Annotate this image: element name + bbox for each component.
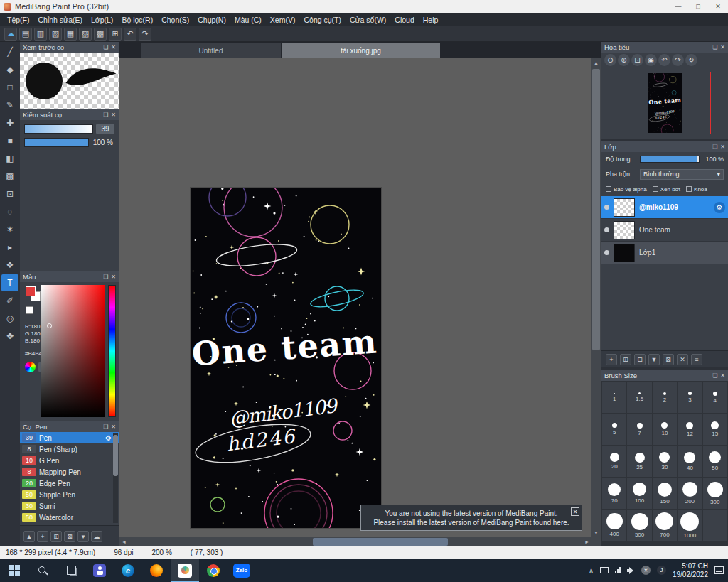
brush-size-cell[interactable]: 2 — [653, 382, 677, 413]
brush-size-cell[interactable]: 12 — [678, 414, 702, 445]
taskbar-app-firefox[interactable] — [142, 559, 171, 582]
tool-bucket[interactable]: ◧ — [1, 150, 18, 167]
vertical-scroll-thumb[interactable] — [592, 69, 600, 350]
float-panel-icon[interactable]: ❏ — [712, 372, 717, 379]
brush-item[interactable]: 30Sumi — [20, 500, 119, 512]
scroll-down-button[interactable]: ▼ — [592, 528, 601, 537]
layer-opacity-slider[interactable] — [640, 156, 700, 163]
brush-menu-icon[interactable]: ▾ — [77, 531, 89, 542]
brush-size-cell[interactable]: 40 — [678, 446, 702, 477]
horizontal-scroll-track[interactable]: ◄ ► — [119, 537, 592, 546]
layer-row[interactable]: Lớp1 — [601, 242, 728, 264]
taskbar-app-zalo[interactable]: Zalo — [228, 559, 256, 582]
tool-eraser[interactable]: ◆ — [1, 61, 18, 78]
menu-item[interactable]: Công cụ(T) — [299, 16, 346, 24]
brush-settings-gear-icon[interactable]: ⚙ — [105, 434, 112, 442]
taskbar-app-teams[interactable] — [85, 559, 114, 582]
brush-item[interactable]: 8Pen (Sharp) — [20, 443, 119, 455]
float-panel-icon[interactable]: ❏ — [103, 424, 108, 430]
tool-hand[interactable]: ✥ — [1, 328, 18, 345]
comment-icon[interactable]: ▧ — [49, 28, 62, 41]
float-panel-icon[interactable]: ❏ — [712, 144, 717, 150]
add-layer-icon[interactable]: + — [606, 354, 617, 365]
brush-size-cell[interactable]: 50 — [703, 446, 727, 477]
reset-view-button[interactable]: ↻ — [685, 54, 697, 66]
clear-layer-icon[interactable]: ⊠ — [663, 354, 674, 365]
brush-size-cell[interactable]: 200 — [678, 478, 702, 509]
brush-size-cell[interactable]: 1 — [602, 382, 626, 413]
menu-item[interactable]: Màu (C) — [230, 16, 266, 24]
add-brush-icon[interactable]: + — [37, 531, 48, 542]
tool-operation[interactable]: ▸ — [1, 239, 18, 256]
tool-select[interactable]: ⊡ — [1, 185, 18, 203]
vertical-scroll-track[interactable]: ▲ ▼ — [592, 58, 601, 537]
blend-mode-dropdown[interactable]: Bình thường ▾ — [640, 169, 724, 180]
layer-row[interactable]: @miko1109⚙ — [601, 196, 728, 219]
lock-checkbox[interactable]: Khóa — [686, 186, 707, 193]
brush-folder-icon[interactable]: ⊞ — [50, 531, 62, 542]
close-panel-icon[interactable]: ✕ — [111, 44, 116, 50]
image-icon[interactable]: ▦ — [64, 28, 77, 41]
zoom-in-button[interactable]: ⊕ — [618, 54, 630, 66]
taskbar-app-medibang[interactable] — [171, 559, 199, 582]
foreground-color-swatch[interactable] — [26, 286, 36, 296]
tool-magic-wand[interactable]: ✶ — [1, 221, 18, 238]
tray-volume-icon[interactable] — [627, 567, 635, 574]
tool-brush[interactable]: ╱ — [1, 43, 18, 60]
tray-app-badge-icon[interactable]: J — [657, 566, 666, 575]
layer-settings-gear-icon[interactable]: ⚙ — [714, 202, 725, 213]
menu-item[interactable]: Cửa sổ(W) — [346, 16, 390, 24]
menu-item[interactable]: Chọn(S) — [157, 16, 193, 24]
float-panel-icon[interactable]: ❏ — [103, 274, 108, 280]
layer-visibility-dot[interactable] — [604, 227, 609, 232]
tool-fill-rect[interactable]: ■ — [1, 132, 18, 149]
menu-item[interactable]: Bộ lọc(R) — [117, 16, 157, 24]
brush-size-cell[interactable]: 150 — [653, 478, 677, 509]
tool-text[interactable]: T — [1, 274, 18, 291]
brush-size-cell[interactable]: 4 — [703, 382, 727, 413]
material-icon[interactable]: ⊞ — [109, 28, 122, 41]
menu-item[interactable]: Chụp(N) — [193, 16, 230, 24]
save-icon[interactable]: ▥ — [34, 28, 47, 41]
layer-visibility-dot[interactable] — [604, 205, 609, 210]
float-panel-icon[interactable]: ❏ — [103, 112, 108, 118]
brush-size-cell[interactable]: 70 — [602, 478, 626, 509]
saturation-value-picker[interactable] — [41, 285, 105, 417]
minimize-button[interactable]: — — [668, 0, 688, 13]
fit-window-button[interactable]: ⊡ — [631, 54, 643, 66]
brush-size-cell[interactable]: 300 — [703, 478, 727, 509]
tray-x-badge-icon[interactable]: ✕ — [641, 566, 651, 575]
tool-decoration[interactable]: ❖ — [1, 257, 18, 274]
tool-dot-pen[interactable]: ✎ — [1, 97, 18, 114]
delete-brush-icon[interactable]: ⊠ — [64, 531, 75, 542]
note-icon[interactable]: ▨ — [79, 28, 92, 41]
tool-move[interactable]: ✚ — [1, 114, 18, 131]
scroll-right-button[interactable]: ► — [582, 537, 592, 546]
brush-opacity-slider[interactable] — [24, 138, 89, 147]
canvas-artwork[interactable]: One team @miko1109 hd246 — [191, 188, 381, 528]
close-panel-icon[interactable]: ✕ — [720, 372, 725, 379]
actual-pixels-button[interactable]: ◉ — [645, 54, 657, 66]
color-picker-marker[interactable] — [47, 323, 52, 328]
scroll-up-button[interactable]: ▲ — [592, 58, 601, 68]
close-panel-icon[interactable]: ✕ — [111, 424, 116, 430]
brush-size-cell[interactable]: 10 — [653, 414, 677, 445]
tray-network-icon[interactable] — [615, 567, 621, 573]
tool-eyedropper[interactable]: ◎ — [1, 310, 18, 327]
brush-item[interactable]: 8Mapping Pen — [20, 466, 119, 478]
merge-down-icon[interactable]: ▼ — [648, 354, 660, 365]
taskbar-clock[interactable]: 5:07 CH 19/02/2022 — [673, 562, 708, 579]
layer-visibility-dot[interactable] — [604, 250, 609, 255]
brush-size-cell[interactable]: 400 — [602, 510, 626, 541]
action-center-icon[interactable] — [714, 566, 724, 574]
maximize-button[interactable]: □ — [688, 0, 708, 13]
menu-item[interactable]: Xem(V) — [266, 16, 300, 24]
brush-size-cell[interactable]: 500 — [627, 510, 651, 541]
layer-row[interactable]: One team — [601, 219, 728, 242]
tool-select-rect[interactable]: □ — [1, 79, 18, 96]
brush-size-slider[interactable] — [24, 124, 93, 134]
scroll-left-button[interactable]: ◄ — [119, 537, 129, 546]
rotate-left-button[interactable]: ↶ — [658, 54, 670, 66]
menu-item[interactable]: Help — [419, 16, 443, 24]
menu-item[interactable]: Chỉnh sửa(E) — [34, 16, 87, 24]
